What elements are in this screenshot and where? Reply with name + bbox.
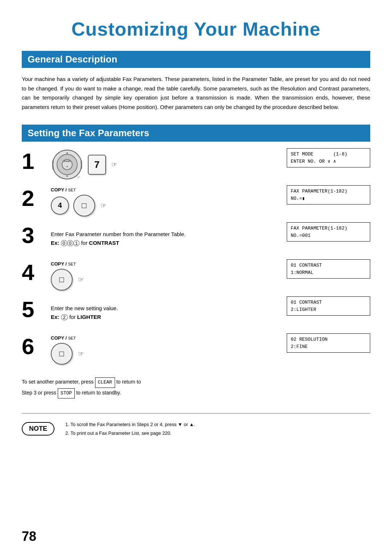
step-3-ex: Ex: 001 for CONTRAST xyxy=(51,239,186,247)
step-4-display-box: 01 CONTRAST1:NORMAL xyxy=(287,259,370,279)
note-text: 1. To scroll the Fax Parameters in Steps… xyxy=(65,420,195,437)
step-6-row: 6 COPY / SET □ ☞ 02 RESOLUTION2:FINE xyxy=(22,333,370,366)
note-item-2: 2. To print out a Fax Parameter List, se… xyxy=(65,429,195,437)
step-4-row: 4 COPY / SET □ ☞ 01 CONTRAST1:NORMAL xyxy=(22,259,370,292)
step-2-number: 2 xyxy=(22,185,47,210)
key-4-button: 4 xyxy=(51,197,69,215)
return-line-1: To set another parameter, press CLEAR to… xyxy=(22,377,370,388)
step-4-icons: COPY / SET □ ☞ xyxy=(51,261,84,291)
svg-text:◆: ◆ xyxy=(66,165,68,167)
dial-icon: START ◆ DIRECTORY FUNCTION ▲ ▼ ☞ xyxy=(51,148,83,181)
step-6-display-box: 02 RESOLUTION2:FINE xyxy=(287,333,370,353)
step-4-display: 01 CONTRAST1:NORMAL xyxy=(287,259,370,280)
step-4-icon-area: □ ☞ xyxy=(51,269,84,291)
svg-text:▲: ▲ xyxy=(66,151,69,154)
copy-set-button-2: □ xyxy=(73,195,95,216)
page-title: Customizing Your Machine xyxy=(22,11,370,51)
step-1-content: START ◆ DIRECTORY FUNCTION ▲ ▼ ☞ 7 xyxy=(47,148,287,181)
step-2-display-box: FAX PARAMETER(1-182)NO.=▮ xyxy=(287,185,370,204)
step-1-number: 1 xyxy=(22,148,47,173)
step-3-display-box: FAX PARAMETER(1-182)NO.=001 xyxy=(287,222,370,242)
clear-key: CLEAR xyxy=(95,377,115,388)
step-5-ex: Ex: 2 for LIGHTER xyxy=(51,313,118,321)
step-5-number: 5 xyxy=(22,296,47,321)
step-3-display: FAX PARAMETER(1-182)NO.=001 xyxy=(287,222,370,243)
return-instructions: To set another parameter, press CLEAR to… xyxy=(22,377,370,398)
step-5-main-text: Enter the new setting value. xyxy=(51,304,118,313)
svg-text:DIRECTORY: DIRECTORY xyxy=(52,160,54,170)
svg-text:FUNCTION: FUNCTION xyxy=(80,161,82,169)
finger-icon-1: ☞ xyxy=(111,161,117,169)
copy-set-label-6: COPY / SET xyxy=(51,335,76,341)
finger-icon-6: ☞ xyxy=(78,350,84,358)
step-3-content: Enter Fax Parameter number from the Para… xyxy=(47,222,287,255)
step-3-number: 3 xyxy=(22,222,47,247)
step-6-icon-area: □ ☞ xyxy=(51,343,84,365)
general-description-section: General Description Your machine has a v… xyxy=(22,51,370,112)
note-area: NOTE 1. To scroll the Fax Parameters in … xyxy=(22,413,370,437)
copy-set-label-2: COPY / SET xyxy=(51,187,76,193)
step-1-icons: START ◆ DIRECTORY FUNCTION ▲ ▼ ☞ 7 xyxy=(51,148,117,181)
step-2-display: FAX PARAMETER(1-182)NO.=▮ xyxy=(287,185,370,206)
general-description-body: Your machine has a variety of adjustable… xyxy=(22,74,370,112)
fax-params-header: Setting the Fax Parameters xyxy=(22,125,370,142)
step-5-display: 01 CONTRAST2:LIGHTER xyxy=(287,296,370,317)
key-7-button: 7 xyxy=(88,155,106,175)
note-badge: NOTE xyxy=(22,422,54,436)
step-5-display-box: 01 CONTRAST2:LIGHTER xyxy=(287,296,370,316)
step-1-row: 1 START ◆ DIRECTORY xyxy=(22,148,370,181)
step-5-text: Enter the new setting value. Ex: 2 for L… xyxy=(51,304,118,321)
note-item-1: 1. To scroll the Fax Parameters in Steps… xyxy=(65,420,195,429)
step-1-display-box: SET MODE (1-8)ENTER NO. OR ∨ ∧ xyxy=(287,148,370,167)
step-2-icons: COPY / SET 4 □ ☞ xyxy=(51,187,106,216)
step-3-row: 3 Enter Fax Parameter number from the Pa… xyxy=(22,222,370,255)
general-description-header: General Description xyxy=(22,51,370,68)
fax-params-section: Setting the Fax Parameters 1 START xyxy=(22,125,370,398)
step-5-row: 5 Enter the new setting value. Ex: 2 for… xyxy=(22,296,370,329)
step-2-content: COPY / SET 4 □ ☞ xyxy=(47,185,287,218)
step-2-row: 2 COPY / SET 4 □ ☞ FAX PARAMETER(1-182)N… xyxy=(22,185,370,218)
finger-icon-4: ☞ xyxy=(78,276,84,284)
copy-set-label-4: COPY / SET xyxy=(51,261,76,267)
step-6-number: 6 xyxy=(22,333,47,358)
copy-set-button-4: □ xyxy=(51,269,73,291)
step-5-content: Enter the new setting value. Ex: 2 for L… xyxy=(47,296,287,329)
copy-set-button-6: □ xyxy=(51,343,73,365)
finger-icon-2: ☞ xyxy=(101,202,106,210)
svg-text:START: START xyxy=(64,160,71,162)
step-6-icons: COPY / SET □ ☞ xyxy=(51,335,84,365)
stop-key: STOP xyxy=(58,388,75,399)
step-4-content: COPY / SET □ ☞ xyxy=(47,259,287,292)
step-2-icon-area: 4 □ ☞ xyxy=(51,195,106,216)
step-3-main-text: Enter Fax Parameter number from the Para… xyxy=(51,230,186,239)
return-line-2: Step 3 or press STOP to return to standb… xyxy=(22,388,370,399)
step-3-text: Enter Fax Parameter number from the Para… xyxy=(51,230,186,247)
step-6-content: COPY / SET □ ☞ xyxy=(47,333,287,366)
step-1-display: SET MODE (1-8)ENTER NO. OR ∨ ∧ xyxy=(287,148,370,169)
svg-text:▼: ▼ xyxy=(66,175,69,178)
step-6-display: 02 RESOLUTION2:FINE xyxy=(287,333,370,354)
page-number: 78 xyxy=(22,529,36,544)
svg-text:☞: ☞ xyxy=(76,174,81,180)
steps-area: 1 START ◆ DIRECTORY xyxy=(22,148,370,370)
step-4-number: 4 xyxy=(22,259,47,284)
